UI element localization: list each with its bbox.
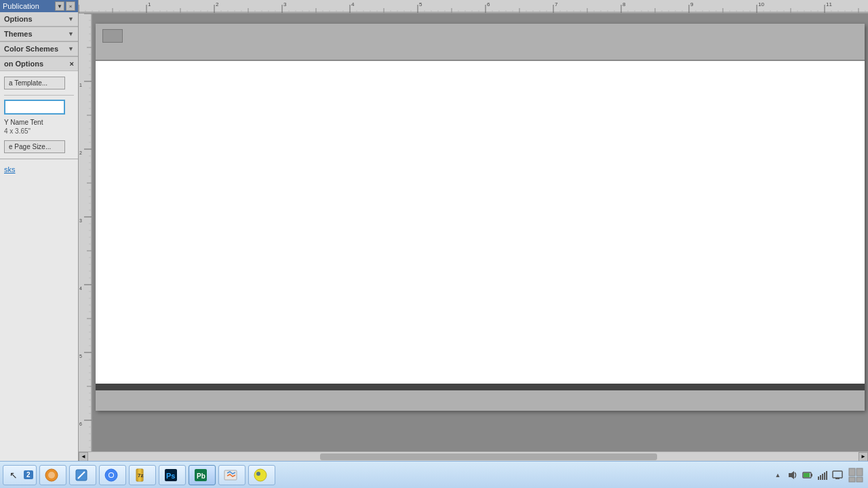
separator-1 xyxy=(4,95,74,96)
svg-marker-227 xyxy=(789,471,794,479)
taskbar-item-pen[interactable] xyxy=(69,465,96,485)
taskbar-item-chrome[interactable] xyxy=(99,465,126,485)
svg-rect-241 xyxy=(856,477,863,482)
paint-icon xyxy=(44,468,59,483)
app-container: Publication ▼ × Options ▼ Themes ▼ xyxy=(0,0,868,488)
show-hidden-tray-btn[interactable]: ▲ xyxy=(772,469,784,481)
svg-text:8: 8 xyxy=(623,1,626,7)
page-top-bar xyxy=(96,24,865,61)
svg-point-226 xyxy=(256,472,260,476)
svg-rect-234 xyxy=(824,472,825,480)
options-arrow: ▼ xyxy=(68,16,74,22)
svg-rect-231 xyxy=(818,476,819,480)
svg-text:11: 11 xyxy=(826,1,832,7)
chrome-icon xyxy=(104,468,119,483)
tray-monitor-icon[interactable] xyxy=(831,469,844,481)
taskbar-item-photoshop[interactable]: Ps xyxy=(159,465,186,485)
taskbar-item-publisher[interactable]: Pb xyxy=(189,465,216,485)
svg-rect-232 xyxy=(820,475,821,480)
panel-title-buttons: ▼ × xyxy=(55,1,75,11)
pen-icon xyxy=(74,468,89,483)
panel-close-btn[interactable]: × xyxy=(66,1,75,11)
svg-rect-238 xyxy=(849,468,855,476)
animation-options-close[interactable]: × xyxy=(70,60,74,68)
colorschemes-arrow: ▼ xyxy=(68,45,74,52)
name-input[interactable] xyxy=(4,100,65,115)
cursor-icon: ↖ xyxy=(6,468,21,483)
svg-text:7: 7 xyxy=(555,1,558,7)
svg-rect-235 xyxy=(826,471,827,480)
options-header[interactable]: Options ▼ xyxy=(0,12,78,26)
hscroll-thumb[interactable] xyxy=(320,453,656,460)
panel-title: Publication ▼ × xyxy=(0,0,78,12)
animation-options-label: on Options xyxy=(4,60,43,68)
svg-text:5: 5 xyxy=(419,1,422,7)
page-bottom-gray xyxy=(96,390,865,411)
page-dark-bar xyxy=(96,384,865,390)
colorschemes-label: Color Schemes xyxy=(4,45,58,53)
system-tray: ▲ xyxy=(772,466,865,485)
svg-rect-236 xyxy=(833,471,842,478)
left-panel: Publication ▼ × Options ▼ Themes ▼ xyxy=(0,0,79,461)
maps-icon xyxy=(223,468,238,483)
themes-label: Themes xyxy=(4,30,33,38)
ruler-top-svg: // Will be drawn via JS below 1234567891… xyxy=(79,0,868,13)
taskbar: ↖ 2 xyxy=(0,461,868,488)
panel-title-text: Publication xyxy=(3,2,39,10)
panel-minimize-btn[interactable]: ▼ xyxy=(55,1,64,11)
panel-bottom: sks xyxy=(0,159,78,461)
svg-text:9: 9 xyxy=(690,1,694,7)
svg-point-216 xyxy=(109,473,113,477)
tray-volume-icon[interactable] xyxy=(787,469,799,481)
panel-section-options: Options ▼ xyxy=(0,12,78,27)
tray-battery-icon[interactable] xyxy=(802,469,814,481)
svg-point-211 xyxy=(48,472,55,479)
hscroll-track xyxy=(91,453,856,460)
animation-options-header[interactable]: on Options × xyxy=(0,57,78,71)
ruler-top: // Will be drawn via JS below 1234567891… xyxy=(79,0,868,14)
svg-text:3: 3 xyxy=(283,1,287,7)
7zip-icon: 7z xyxy=(134,468,149,483)
page-size-button[interactable]: e Page Size... xyxy=(4,140,65,153)
tray-network-icon[interactable] xyxy=(816,469,829,481)
document-page xyxy=(96,24,865,411)
page-middle-area xyxy=(96,112,865,342)
svg-rect-233 xyxy=(822,474,823,480)
doc-area[interactable] xyxy=(92,14,868,451)
canvas-area: // Will be drawn via JS below 1234567891… xyxy=(79,0,868,461)
themes-header[interactable]: Themes ▼ xyxy=(0,27,78,41)
template-button[interactable]: a Template... xyxy=(4,77,65,89)
tasks-link[interactable]: sks xyxy=(4,165,16,174)
svg-rect-0 xyxy=(79,0,868,13)
size-label: 4 x 3.65" xyxy=(4,127,74,135)
svg-rect-130 xyxy=(79,14,92,451)
taskbar-item-7zip[interactable]: 7z xyxy=(129,465,156,485)
svg-rect-237 xyxy=(835,478,840,479)
page-badge: 2 xyxy=(24,470,33,479)
ruler-left-svg: 1234567 xyxy=(79,14,92,451)
photoshop-icon: Ps xyxy=(163,468,178,483)
hscroll-left-btn[interactable]: ◄ xyxy=(79,452,88,462)
hscroll-right-btn[interactable]: ► xyxy=(859,452,868,462)
horizontal-scrollbar[interactable]: ◄ ► xyxy=(79,451,868,461)
svg-text:1: 1 xyxy=(148,1,151,7)
taskbar-item-ball[interactable] xyxy=(248,465,275,485)
svg-text:2: 2 xyxy=(79,150,82,155)
svg-text:4: 4 xyxy=(79,286,82,291)
svg-rect-240 xyxy=(849,477,855,482)
svg-rect-230 xyxy=(804,473,810,477)
svg-text:6: 6 xyxy=(79,422,82,426)
options-label: Options xyxy=(4,15,33,23)
main-scroll[interactable]: 1234567 xyxy=(79,14,868,451)
publisher-icon: Pb xyxy=(193,468,208,483)
page-layout-icon[interactable] xyxy=(846,466,865,485)
taskbar-item-cursor[interactable]: ↖ 2 xyxy=(3,465,37,485)
taskbar-item-maps[interactable] xyxy=(218,465,245,485)
colorschemes-header[interactable]: Color Schemes ▼ xyxy=(0,42,78,56)
svg-point-225 xyxy=(254,469,267,481)
svg-text:7z: 7z xyxy=(138,472,143,479)
svg-rect-229 xyxy=(811,474,812,476)
content-area: Publication ▼ × Options ▼ Themes ▼ xyxy=(0,0,868,461)
svg-text:3: 3 xyxy=(79,218,82,223)
taskbar-item-paint[interactable] xyxy=(39,465,66,485)
